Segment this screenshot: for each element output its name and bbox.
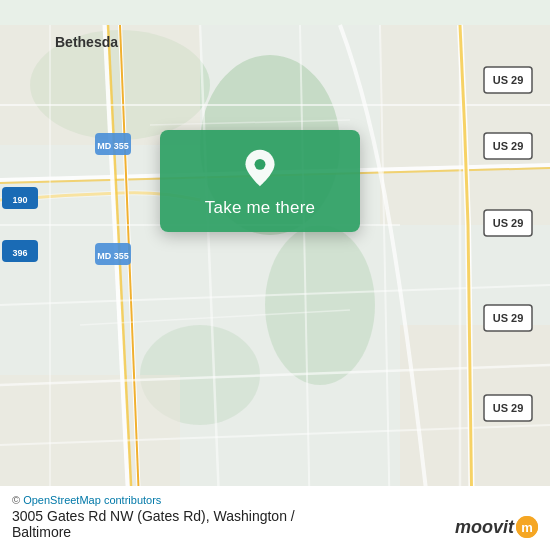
osm-link[interactable]: OpenStreetMap contributors [23, 494, 161, 506]
address-line2: Baltimore [12, 524, 71, 540]
take-me-there-button[interactable]: Take me there [205, 198, 315, 218]
svg-text:Bethesda: Bethesda [55, 34, 118, 50]
osm-attribution: © OpenStreetMap contributors [12, 494, 538, 506]
location-overlay-card: Take me there [160, 130, 360, 232]
map-background: MD 355 MD 355 US 29 US 29 US 29 US 29 US… [0, 0, 550, 550]
svg-text:MD 355: MD 355 [97, 141, 129, 151]
svg-point-44 [255, 159, 266, 170]
svg-text:US 29: US 29 [493, 402, 524, 414]
svg-text:m: m [521, 520, 533, 535]
svg-text:396: 396 [12, 248, 27, 258]
svg-text:US 29: US 29 [493, 74, 524, 86]
svg-text:US 29: US 29 [493, 140, 524, 152]
moovit-logo: moovit m [455, 516, 538, 538]
svg-text:US 29: US 29 [493, 312, 524, 324]
svg-text:190: 190 [12, 195, 27, 205]
copyright-symbol: © [12, 494, 23, 506]
svg-text:MD 355: MD 355 [97, 251, 129, 261]
svg-text:US 29: US 29 [493, 217, 524, 229]
moovit-logo-dot: m [516, 516, 538, 538]
location-pin-icon [240, 148, 280, 188]
svg-point-3 [265, 225, 375, 385]
map-container: MD 355 MD 355 US 29 US 29 US 29 US 29 US… [0, 0, 550, 550]
address-line1: 3005 Gates Rd NW (Gates Rd), Washington … [12, 508, 295, 524]
footer: © OpenStreetMap contributors 3005 Gates … [0, 486, 550, 550]
moovit-brand-text: moovit [455, 517, 514, 538]
